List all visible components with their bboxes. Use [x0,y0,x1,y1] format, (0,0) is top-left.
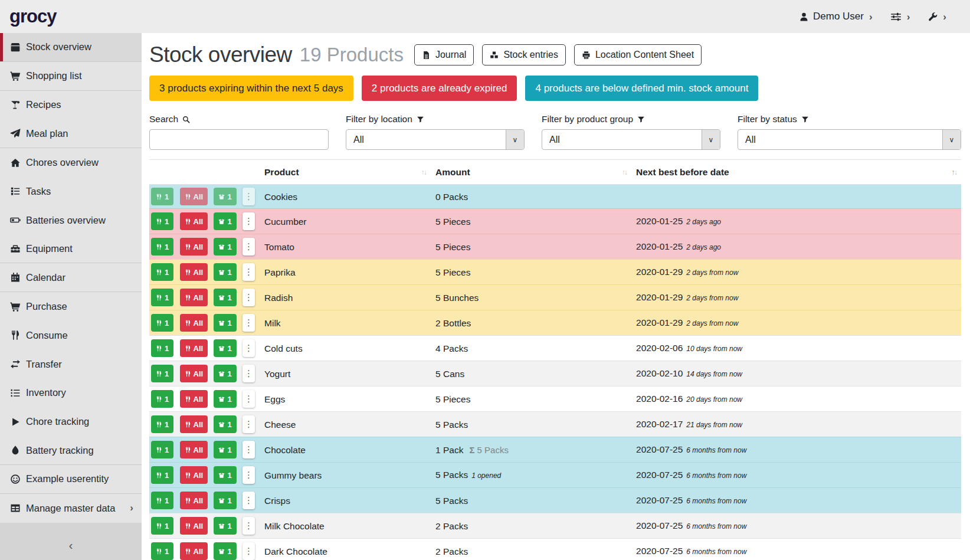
consume-one-button[interactable]: 1 [151,492,173,509]
consume-all-button[interactable]: All [180,188,208,205]
sidebar-item-example-userentity[interactable]: Example userentity [0,465,142,494]
sidebar-item-battery-tracking[interactable]: Battery tracking [0,436,142,465]
row-menu-button[interactable]: ⋮ [242,390,255,408]
consume-one-button[interactable]: 1 [151,212,173,230]
sidebar-item-batteries-overview[interactable]: Batteries overview [0,206,142,235]
row-menu-button[interactable]: ⋮ [242,542,255,560]
sidebar-item-meal-plan[interactable]: Meal plan [0,119,142,148]
amount-cell: 5 Pieces [431,234,631,260]
row-menu-button[interactable]: ⋮ [242,212,255,230]
location-select[interactable]: All ∨ [346,129,525,150]
app-logo[interactable]: grocy [9,6,56,27]
sidebar-collapse-button[interactable]: ‹ [0,523,142,560]
consume-one-button[interactable]: 1 [151,339,173,357]
user-menu[interactable]: Demo User › [799,11,873,22]
consume-one-button[interactable]: 1 [151,441,173,459]
consume-all-button[interactable]: All [180,314,208,332]
row-menu-button[interactable]: ⋮ [242,466,255,484]
sidebar-item-chore-tracking[interactable]: Chore tracking [0,407,142,436]
row-menu-button[interactable]: ⋮ [242,314,255,332]
status-select[interactable]: All ∨ [738,129,961,150]
open-one-button[interactable]: 1 [214,492,236,509]
open-one-button[interactable]: 1 [214,466,236,484]
expiring-products-banner[interactable]: 3 products expiring within the next 5 da… [149,76,353,101]
sidebar-item-calendar[interactable]: Calendar [0,263,142,292]
consume-all-button[interactable]: All [180,289,208,306]
consume-all-button[interactable]: All [180,238,208,256]
open-one-button[interactable]: 1 [214,263,236,281]
open-one-button[interactable]: 1 [214,188,236,205]
sidebar-item-chores-overview[interactable]: Chores overview [0,148,142,177]
row-menu-button[interactable]: ⋮ [242,339,255,357]
consume-one-button[interactable]: 1 [151,238,173,256]
sidebar-item-consume[interactable]: Consume [0,321,142,350]
consume-one-button[interactable]: 1 [151,289,173,306]
consume-all-button[interactable]: All [180,415,208,433]
open-one-button[interactable]: 1 [214,365,236,382]
row-menu-button[interactable]: ⋮ [242,365,255,382]
amount-column-header[interactable]: Amount ↑↓ [431,160,631,185]
ellipsis-v-icon: ⋮ [244,241,253,252]
open-one-button[interactable]: 1 [214,390,236,408]
amount-cell: 1 PackΣ 5 Packs [431,437,631,463]
open-one-button[interactable]: 1 [214,339,236,357]
row-menu-button[interactable]: ⋮ [242,415,255,433]
consume-one-button[interactable]: 1 [151,365,173,382]
consume-one-button[interactable]: 1 [151,188,173,205]
open-one-button[interactable]: 1 [214,212,236,230]
consume-all-button[interactable]: All [180,441,208,459]
open-one-button[interactable]: 1 [214,517,236,535]
open-one-button[interactable]: 1 [214,314,236,332]
journal-button[interactable]: Journal [414,44,474,66]
sidebar-item-purchase[interactable]: Purchase [0,292,142,321]
consume-one-button[interactable]: 1 [151,517,173,535]
product-column-header[interactable]: Product ↑↓ [260,160,431,185]
sidebar-item-manage-master-data[interactable]: Manage master data › [0,494,142,523]
consume-one-button[interactable]: 1 [151,542,173,560]
admin-menu[interactable]: › [928,12,946,22]
below-min-stock-banner[interactable]: 4 products are below defined min. stock … [525,76,758,101]
consume-all-button[interactable]: All [180,390,208,408]
open-one-button[interactable]: 1 [214,289,236,306]
search-icon [182,116,190,123]
sidebar-item-recipes[interactable]: Recipes [0,91,142,120]
sidebar-item-equipment[interactable]: Equipment [0,235,142,264]
row-menu-button[interactable]: ⋮ [242,188,255,205]
row-menu-button[interactable]: ⋮ [242,441,255,459]
consume-all-button[interactable]: All [180,339,208,357]
consume-one-button[interactable]: 1 [151,263,173,281]
page-header: Stock overview 19 Products Journal Stock… [149,42,961,67]
consume-all-button[interactable]: All [180,212,208,230]
open-one-button[interactable]: 1 [214,542,236,560]
consume-all-button[interactable]: All [180,263,208,281]
sidebar-item-tasks[interactable]: Tasks [0,177,142,206]
sidebar-item-inventory[interactable]: Inventory [0,379,142,408]
consume-all-button[interactable]: All [180,542,208,560]
stock-entries-button[interactable]: Stock entries [482,44,565,66]
row-menu-button[interactable]: ⋮ [242,492,255,509]
sidebar-item-stock-overview[interactable]: Stock overview [0,33,142,62]
consume-one-button[interactable]: 1 [151,314,173,332]
search-input[interactable] [149,129,329,150]
date-column-header[interactable]: Next best before date ↑↓ [631,160,961,185]
consume-all-button[interactable]: All [180,492,208,509]
open-one-button[interactable]: 1 [214,441,236,459]
open-one-button[interactable]: 1 [214,238,236,256]
consume-one-button[interactable]: 1 [151,390,173,408]
consume-all-button[interactable]: All [180,517,208,535]
row-menu-button[interactable]: ⋮ [242,289,255,306]
row-menu-button[interactable]: ⋮ [242,238,255,256]
settings-menu[interactable]: › [890,11,910,22]
sidebar-item-shopping-list[interactable]: Shopping list [0,62,142,91]
open-one-button[interactable]: 1 [214,415,236,433]
row-menu-button[interactable]: ⋮ [242,263,255,281]
expired-products-banner[interactable]: 2 products are already expired [362,76,517,101]
location-content-sheet-button[interactable]: Location Content Sheet [574,44,702,66]
consume-one-button[interactable]: 1 [151,466,173,484]
row-menu-button[interactable]: ⋮ [242,517,255,535]
sidebar-item-transfer[interactable]: Transfer [0,350,142,379]
consume-all-button[interactable]: All [180,365,208,382]
consume-all-button[interactable]: All [180,466,208,484]
consume-one-button[interactable]: 1 [151,415,173,433]
product-group-select[interactable]: All ∨ [542,129,720,150]
